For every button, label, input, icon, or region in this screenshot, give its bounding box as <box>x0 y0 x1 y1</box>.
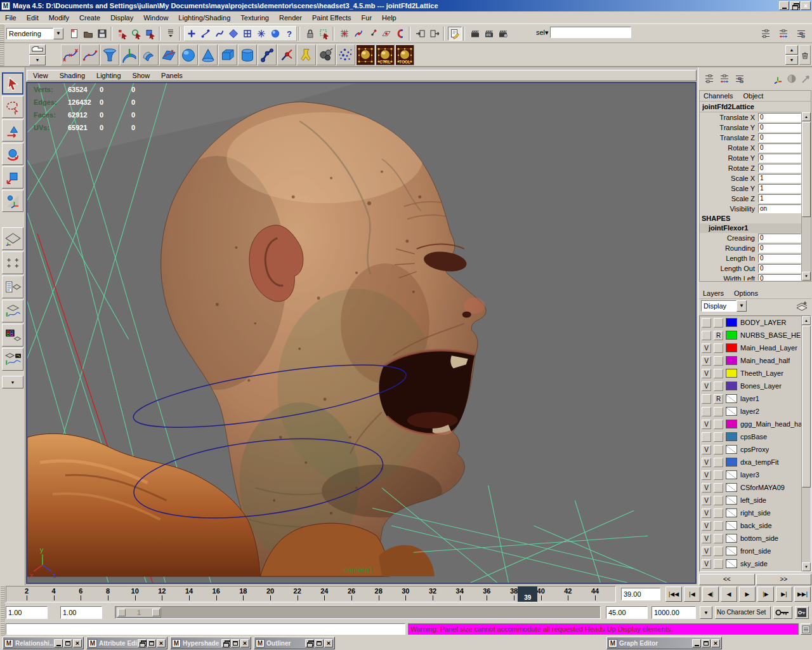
channel-value-field[interactable]: 0 <box>758 133 801 142</box>
layer-reference-checkbox[interactable]: R <box>714 394 723 404</box>
snap-curve-icon[interactable] <box>351 27 365 41</box>
shelf-ik-handle-tool-icon[interactable] <box>277 44 296 65</box>
layer-row-cpsbase[interactable]: cpsBase <box>700 430 811 443</box>
layer-reference-checkbox[interactable] <box>714 356 723 366</box>
shelf-nurbs-cube-icon[interactable] <box>218 44 237 65</box>
layer-pager-next-button[interactable]: >> <box>756 574 812 585</box>
channel-box-menu-object[interactable]: Object <box>739 91 767 100</box>
layer-row-back-side[interactable]: Vback_side <box>700 519 811 532</box>
mask-deformations-icon[interactable] <box>240 27 254 41</box>
minimized-window-outliner[interactable]: MOutliner× <box>254 637 335 649</box>
command-line-grip[interactable] <box>1 623 5 635</box>
channel-value-field[interactable]: 0 <box>758 154 801 162</box>
panel-menu-panels[interactable]: Panels <box>155 70 188 81</box>
layer-reference-checkbox[interactable]: R <box>714 331 723 340</box>
time-slider-grip[interactable] <box>1 586 5 602</box>
layer-row-layer2[interactable]: layer2 <box>700 405 811 418</box>
layout-four-button[interactable] <box>2 251 23 274</box>
channel-value-field[interactable]: 1 <box>758 184 801 193</box>
window-maximize-button[interactable] <box>702 639 710 647</box>
select-hierarchy-icon[interactable] <box>115 27 129 41</box>
shelf-nurbs-cone-icon[interactable] <box>199 44 218 65</box>
tool-settings-toggle-icon[interactable] <box>776 27 790 41</box>
render-globals-icon[interactable] <box>496 27 510 41</box>
window-minimize-button[interactable] <box>54 639 63 647</box>
shelf-joint-tool-icon[interactable] <box>258 44 277 65</box>
channel-box-toggle-icon[interactable] <box>794 27 808 41</box>
shelf-bind-skin-icon[interactable] <box>317 44 336 65</box>
window-close-button[interactable]: × <box>801 1 811 10</box>
show-manipulator-tool[interactable] <box>2 190 23 212</box>
channel-value-field[interactable]: 0 <box>758 123 801 132</box>
layer-color-swatch[interactable] <box>726 432 737 441</box>
channel-value-field[interactable]: 0 <box>758 254 801 263</box>
window-maximize-button[interactable] <box>147 639 156 647</box>
shelf-revolve-icon[interactable] <box>100 44 119 65</box>
window-maximize-button[interactable] <box>231 639 240 647</box>
select-object-icon[interactable] <box>129 27 143 41</box>
set-key-icon[interactable] <box>773 606 792 619</box>
layer-color-swatch[interactable] <box>726 331 737 340</box>
menu-modify[interactable]: Modify <box>44 12 74 23</box>
window-minimize-button[interactable] <box>779 1 789 10</box>
minimized-window-graph-editor[interactable]: MGraph Editor× <box>606 637 722 649</box>
layer-row-front-side[interactable]: Vfront_side <box>700 545 811 557</box>
layer-reference-checkbox[interactable] <box>714 318 723 328</box>
layer-visibility-checkbox[interactable] <box>702 331 711 340</box>
channel-value-field[interactable]: 1 <box>758 194 801 203</box>
animation-end-field[interactable] <box>652 606 696 619</box>
toolbar-grip[interactable] <box>0 25 4 43</box>
layer-color-swatch[interactable] <box>726 521 737 530</box>
layer-reference-checkbox[interactable] <box>714 381 723 391</box>
step-back-frame-button[interactable]: |◀ <box>684 587 700 602</box>
window-minimize-button[interactable] <box>692 639 701 647</box>
minimized-window-hypershade[interactable]: MHypershade× <box>170 637 251 649</box>
layer-row-right-side[interactable]: Vright_side <box>700 507 811 519</box>
layer-visibility-checkbox[interactable] <box>702 432 711 442</box>
scrollbar-thumb[interactable] <box>802 122 811 217</box>
playback-start-field[interactable] <box>60 606 102 619</box>
layer-color-swatch[interactable] <box>726 483 737 492</box>
layers-menu-layers[interactable]: Layers <box>699 289 728 298</box>
character-set-selector[interactable]: No Character Set <box>715 606 771 619</box>
layer-visibility-checkbox[interactable]: V <box>702 420 711 429</box>
scroll-down-icon[interactable]: ▼ <box>802 562 811 571</box>
layer-row-layer1[interactable]: Rlayer1 <box>700 392 811 405</box>
layer-color-swatch[interactable] <box>726 547 737 555</box>
scroll-up-icon[interactable]: ▲ <box>802 112 811 121</box>
shelf-gold-tool-icon[interactable]: TOOL <box>395 44 414 65</box>
layer-row-sky-side[interactable]: Vsky_side <box>700 557 811 570</box>
range-handle-left-grip[interactable] <box>118 609 126 616</box>
command-line-input[interactable] <box>6 623 405 635</box>
scroll-up-icon[interactable]: ▲ <box>802 316 811 325</box>
layer-color-swatch[interactable] <box>726 394 737 403</box>
layer-visibility-checkbox[interactable] <box>702 407 711 416</box>
layout-menu-arrow[interactable]: ▼ <box>2 376 23 388</box>
animation-start-field[interactable] <box>6 606 48 619</box>
layer-color-swatch[interactable] <box>726 496 737 505</box>
layer-row-dxa-tempfit[interactable]: Vdxa_tempFit <box>700 456 811 468</box>
shelf-scroll-up[interactable]: ▲ <box>785 45 798 55</box>
playback-end-field[interactable] <box>606 606 648 619</box>
viewport-canvas[interactable]: camera1 y x z <box>27 83 695 583</box>
shelf-menu-arrow[interactable]: ▼ <box>29 55 46 65</box>
layer-visibility-checkbox[interactable] <box>702 394 711 404</box>
trash-icon[interactable] <box>799 45 811 65</box>
play-backward-button[interactable]: ◀ <box>721 587 737 602</box>
new-scene-icon[interactable] <box>67 27 81 41</box>
channel-value-field[interactable]: 0 <box>758 164 801 173</box>
window-maximize-button[interactable] <box>63 639 72 647</box>
layer-mode-dropdown[interactable]: Display ▼ <box>701 300 747 312</box>
shelf-tab-button[interactable] <box>29 44 46 55</box>
layer-visibility-checkbox[interactable]: V <box>702 445 711 454</box>
script-editor-icon[interactable] <box>801 623 811 635</box>
layer-reference-checkbox[interactable] <box>714 470 723 480</box>
shelf-gold-lattice-icon[interactable] <box>356 44 375 65</box>
quick-select-input[interactable] <box>550 27 631 38</box>
layer-row-theeth-layer[interactable]: VTheeth_Layer <box>700 367 811 380</box>
layer-reference-checkbox[interactable] <box>714 420 723 429</box>
layer-color-swatch[interactable] <box>726 534 737 543</box>
layer-list-scrollbar[interactable]: ▲ ▼ <box>801 316 811 571</box>
sidebar-tool-settings-toggle-icon[interactable] <box>717 71 731 86</box>
channel-value-field[interactable]: 0 <box>758 274 801 281</box>
